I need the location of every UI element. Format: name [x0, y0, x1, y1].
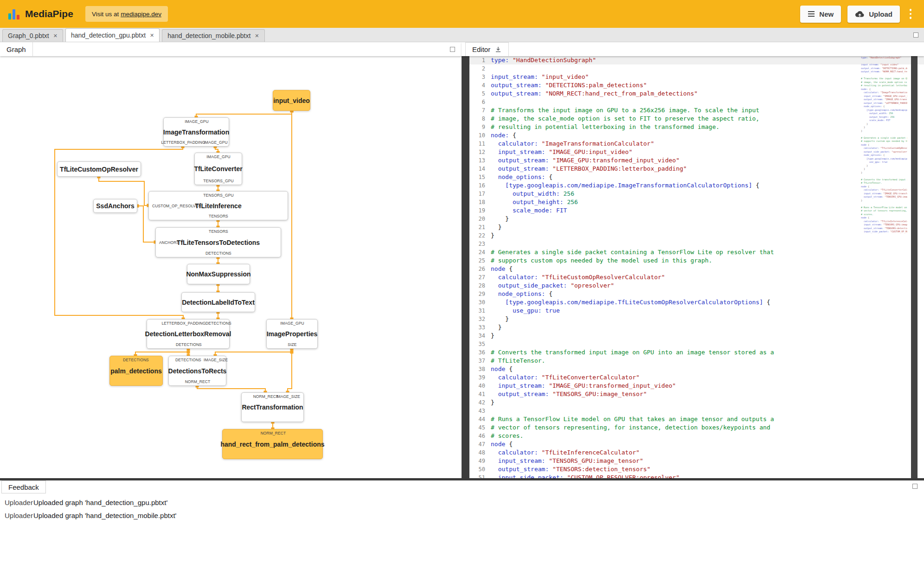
minimap-line: output_width: 256 [861, 112, 907, 115]
file-tab[interactable]: hand_detection_mobile.pbtxt✕ [162, 29, 264, 42]
graph-expand-icon[interactable] [450, 47, 455, 52]
code-line[interactable]: 7# Transforms the input image on GPU to … [469, 106, 924, 115]
code-line[interactable]: 33 } [469, 323, 924, 332]
code-line[interactable]: 47node { [469, 440, 924, 448]
code-line[interactable]: 19 scale_mode: FIT [469, 206, 924, 215]
graph-node-DetectionLabelIdToText[interactable]: DetectionLabelIdToText [181, 292, 255, 312]
line-number: 18 [469, 198, 491, 206]
graph-node-TfLiteConverter[interactable]: IMAGE_GPUTENSORS_GPUTfLiteConverter [194, 153, 242, 185]
code-line[interactable]: 44# Runs a TensorFlow Lite model on GPU … [469, 415, 924, 423]
code-line[interactable]: 16 [type.googleapis.com/mediapipe.ImageT… [469, 181, 924, 190]
graph-node-hand_rect_from_palm_detections[interactable]: NORM_RECThand_rect_from_palm_detections [222, 429, 323, 459]
code-line[interactable]: 20 } [469, 215, 924, 223]
graph-node-ImageProperties[interactable]: IMAGE_GPUSIZEImageProperties [266, 319, 318, 349]
code-line[interactable]: 28 output_side_packet: "opresolver" [469, 282, 924, 290]
mediapipe-dev-link[interactable]: mediapipe.dev [121, 11, 161, 18]
graph-node-NonMaxSuppression[interactable]: NonMaxSuppression [187, 264, 250, 284]
graph-node-RectTransformation[interactable]: NORM_RECTIMAGE_SIZERectTransformation [241, 392, 304, 422]
code-line[interactable]: 48 calculator: "TfLiteInferenceCalculato… [469, 448, 924, 457]
code-line[interactable]: 45# vector of tensors representing, for … [469, 423, 924, 432]
upload-button[interactable]: Upload [847, 6, 900, 23]
code-line[interactable]: 9# resulting in potential letterboxing i… [469, 123, 924, 131]
node-label: TfLiteTensorsToDetections [177, 239, 260, 246]
code-line[interactable]: 37# TfLiteTensor. [469, 357, 924, 365]
editor-tab[interactable]: Editor [465, 42, 509, 56]
graph-node-DetectionsToRects[interactable]: DETECTIONSIMAGE_SIZENORM_RECTDetectionsT… [168, 356, 226, 386]
code-line[interactable]: 3input_stream: "input_video" [469, 73, 924, 81]
code-line[interactable]: 32 } [469, 315, 924, 323]
editor-detach-icon[interactable] [913, 32, 918, 38]
code-line[interactable]: 43 [469, 407, 924, 415]
code-line[interactable]: 24# Generates a single side packet conta… [469, 248, 924, 256]
code-line[interactable]: 29 node_options: { [469, 290, 924, 298]
code-line[interactable]: 38node { [469, 365, 924, 373]
tab-close-icon[interactable]: ✕ [255, 33, 259, 39]
panel-divider[interactable] [462, 56, 469, 478]
file-tab[interactable]: hand_detection_gpu.pbtxt✕ [65, 28, 160, 42]
code-line[interactable]: 35 [469, 340, 924, 348]
minimap-line: input_stream: "TENSORS_GPU:image_tensor" [861, 223, 907, 227]
graph-node-DetectionLetterboxRemoval[interactable]: LETTERBOX_PADDINGDETECTIONSDETECTIONSDet… [147, 319, 230, 349]
code-line[interactable]: 17 output_width: 256 [469, 190, 924, 198]
line-number: 31 [469, 307, 491, 315]
code-line[interactable]: 5output_stream: "NORM_RECT:hand_rect_fro… [469, 90, 924, 98]
download-icon[interactable] [494, 46, 502, 53]
code-line[interactable]: 1type: "HandDetectionSubgraph" [469, 56, 924, 64]
code-line[interactable]: 27 calculator: "TfLiteCustomOpResolverCa… [469, 273, 924, 282]
code-line[interactable]: 41 output_stream: "TENSORS_GPU:image_ten… [469, 390, 924, 398]
file-tab[interactable]: Graph_0.pbtxt✕ [2, 29, 63, 42]
tab-close-icon[interactable]: ✕ [150, 32, 154, 38]
code-line[interactable]: 40 input_stream: "IMAGE_GPU:transformed_… [469, 382, 924, 390]
visit-us-button[interactable]: Visit us at mediapipe.dev [85, 6, 168, 22]
code-line[interactable]: 12 input_stream: "IMAGE_GPU:input_video" [469, 148, 924, 156]
code-lines[interactable]: 1type: "HandDetectionSubgraph"23input_st… [469, 56, 924, 478]
code-line[interactable]: 51 input_side_packet: "CUSTOM_OP_RESOLVE… [469, 474, 924, 478]
code-line[interactable]: 14 output_stream: "LETTERBOX_PADDING:let… [469, 165, 924, 173]
graph-node-palm_detections[interactable]: DETECTIONSpalm_detections [109, 356, 163, 386]
graph-node-TfLiteInference[interactable]: TENSORS_GPUTENSORSCUSTOM_OP_RESOLVERTfLi… [148, 191, 288, 220]
code-line[interactable]: 8# image, the scale_mode option is set t… [469, 115, 924, 123]
code-line[interactable]: 42} [469, 398, 924, 407]
graph-node-TfLiteCustomOpResolver[interactable]: TfLiteCustomOpResolver [57, 161, 141, 177]
code-line[interactable]: 21 } [469, 223, 924, 231]
code-line[interactable]: 10node: { [469, 131, 924, 140]
editor-scrollbar[interactable] [911, 56, 918, 478]
code-line[interactable]: 30 [type.googleapis.com/mediapipe.TfLite… [469, 298, 924, 307]
tab-close-icon[interactable]: ✕ [53, 33, 58, 39]
code-line[interactable]: 46# scores. [469, 432, 924, 440]
graph-node-SsdAnchors[interactable]: SsdAnchors [93, 199, 137, 213]
code-line[interactable]: 15 node_options: { [469, 173, 924, 181]
code-line[interactable]: 25# supports custom ops needed by the mo… [469, 256, 924, 265]
code-line[interactable]: 11 calculator: "ImageTransformationCalcu… [469, 140, 924, 148]
code-line[interactable]: 26node { [469, 265, 924, 273]
code-line[interactable]: 22} [469, 231, 924, 240]
feedback-tab[interactable]: Feedback [1, 480, 46, 493]
editor-tab-label: Editor [472, 45, 490, 53]
graph-node-input_video[interactable]: input_video [273, 90, 310, 111]
graph-node-TfLiteTensorsToDetections[interactable]: TENSORSDETECTIONSANCHORSTfLiteTensorsToD… [155, 227, 281, 257]
code-line[interactable]: 18 output_height: 256 [469, 198, 924, 206]
code-line[interactable]: 31 use_gpu: true [469, 307, 924, 315]
minimap-line: output_side_packet: "opresolver" [861, 150, 907, 154]
code-editor[interactable]: 1type: "HandDetectionSubgraph"23input_st… [462, 56, 924, 478]
code-line[interactable]: 49 input_stream: "TENSORS_GPU:image_tens… [469, 457, 924, 465]
new-button[interactable]: New [800, 6, 841, 23]
code-line[interactable]: 50 output_stream: "TENSORS:detection_ten… [469, 465, 924, 474]
code-text: scale_mode: FIT [491, 206, 567, 215]
graph-node-ImageTransformation[interactable]: IMAGE_GPULETTERBOX_PADDINGIMAGE_GPUImage… [163, 117, 229, 147]
code-line[interactable]: 13 output_stream: "IMAGE_GPU:transformed… [469, 156, 924, 165]
code-line[interactable]: 23 [469, 240, 924, 248]
minimap[interactable]: type: "HandDetectionSubgraph" input_stre… [861, 56, 907, 478]
code-line[interactable]: 39 calculator: "TfLiteConverterCalculato… [469, 373, 924, 382]
graph-tab[interactable]: Graph [0, 42, 33, 56]
code-line[interactable]: 4output_stream: "DETECTIONS:palm_detecti… [469, 81, 924, 90]
code-line[interactable]: 36# Converts the transformed input image… [469, 348, 924, 357]
graph-canvas[interactable]: input_videoIMAGE_GPULETTERBOX_PADDINGIMA… [0, 56, 462, 478]
minimap-line: scale_mode: FIT [861, 119, 907, 122]
kebab-menu-icon[interactable] [905, 9, 916, 19]
code-line[interactable]: 2 [469, 64, 924, 73]
code-line[interactable]: 34} [469, 332, 924, 340]
code-text: node: { [491, 131, 516, 140]
code-line[interactable]: 6 [469, 98, 924, 106]
line-number: 38 [469, 365, 491, 373]
